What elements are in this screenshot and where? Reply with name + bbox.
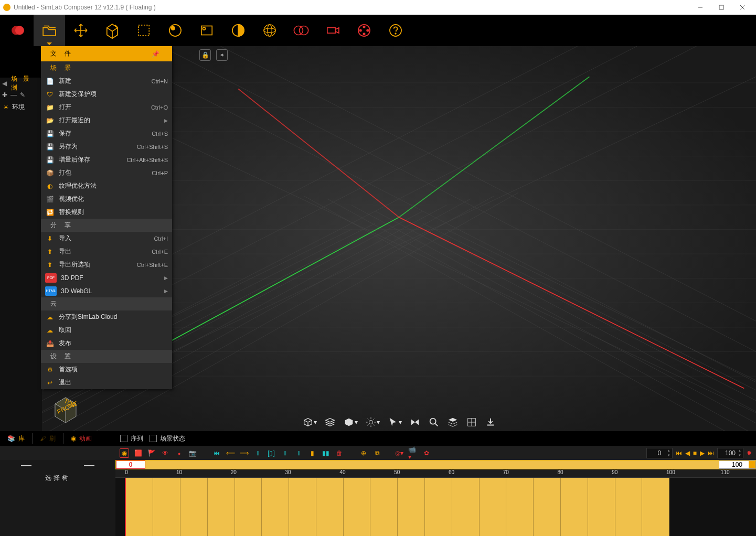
globe-button[interactable] xyxy=(254,15,285,46)
tl-bracket-icon[interactable]: [▯] xyxy=(267,448,276,458)
cursor-icon[interactable]: ▾ xyxy=(387,416,402,428)
add-icon[interactable]: ✚ xyxy=(2,91,7,99)
menu-save[interactable]: 💾保存Ctrl+S xyxy=(41,127,172,140)
range-end[interactable]: 100 xyxy=(719,460,755,469)
remove-icon[interactable]: — xyxy=(10,91,17,99)
tl-cube-icon[interactable]: 🟥 xyxy=(133,448,143,458)
camera-button[interactable] xyxy=(317,15,348,46)
move-tool-button[interactable] xyxy=(65,15,97,46)
timeline-range[interactable]: 0 100 xyxy=(115,460,756,469)
tl-prev-key-icon[interactable]: ⟸ xyxy=(226,448,235,458)
menu-save-as[interactable]: 💾另存为Ctrl+Shift+S xyxy=(41,140,172,153)
menu-new[interactable]: 📄新建Ctrl+N xyxy=(41,74,172,88)
step-back-icon[interactable]: ◀ xyxy=(685,449,690,457)
menu-export[interactable]: ⬆导出Ctrl+E xyxy=(41,245,172,258)
tl-record-icon[interactable]: ◉ xyxy=(120,448,129,458)
menu-save-inc[interactable]: 💾增量后保存Ctrl+Alt+Shift+S xyxy=(41,153,172,166)
timeline-ruler[interactable]: 0 10 20 30 40 50 60 70 80 90 100 110 xyxy=(115,469,756,478)
menu-open-recent[interactable]: 📂打开最近的▶ xyxy=(41,114,172,127)
tl-settings-icon[interactable]: ✹ xyxy=(747,449,752,457)
tab-brush[interactable]: 🖌刷 xyxy=(33,431,63,446)
menu-pack[interactable]: 📦打包Ctrl+P xyxy=(41,166,172,179)
tl-bars1-icon[interactable]: ⦀ xyxy=(253,448,262,458)
grid-icon[interactable] xyxy=(466,416,477,428)
tl-double-icon[interactable]: ▮▮ xyxy=(321,448,331,458)
menu-3dwebgl[interactable]: HTML3D WebGL▶ xyxy=(41,284,172,297)
nav-cube[interactable]: FRONT TOP xyxy=(47,389,84,426)
menu-export-sel[interactable]: ⬆导出所选项Ctrl+Shift+E xyxy=(41,258,172,271)
vr-button[interactable] xyxy=(285,15,317,46)
zoom-icon[interactable] xyxy=(428,416,440,428)
light-icon[interactable]: ▾ xyxy=(365,416,380,428)
bowtie-icon[interactable] xyxy=(409,416,421,428)
frame-end-input[interactable]: 100▲▼ xyxy=(717,448,743,458)
minimize-button[interactable] xyxy=(690,0,711,15)
tab-sequence[interactable]: 序列 xyxy=(120,434,143,443)
render-button[interactable] xyxy=(191,15,222,46)
svg-line-49 xyxy=(399,77,590,217)
menu-import[interactable]: ⬇导入Ctrl+I xyxy=(41,232,172,245)
tl-trash-icon[interactable]: 🗑 xyxy=(335,448,344,458)
tl-bars3-icon[interactable]: ⦀ xyxy=(294,448,303,458)
tab-animation[interactable]: ◉动画 xyxy=(63,431,99,446)
layers-icon[interactable] xyxy=(324,416,336,428)
tl-flag-icon[interactable]: 🚩 xyxy=(147,448,156,458)
goto-start-icon[interactable]: ⏮ xyxy=(676,449,682,457)
tl-key-icon[interactable]: ⬥ xyxy=(174,448,184,458)
edit-tool-button[interactable] xyxy=(97,15,128,46)
tl-strip-icon[interactable]: ▮ xyxy=(307,448,317,458)
svg-line-41 xyxy=(161,46,756,352)
range-start[interactable]: 0 xyxy=(116,460,145,469)
tl-eye-icon[interactable]: 👁 xyxy=(161,448,170,458)
menu-replace[interactable]: 🔁替换规则 xyxy=(41,206,172,219)
edit-pencil-icon[interactable]: ✎ xyxy=(20,91,25,99)
menu-vid-opt[interactable]: 🎬视频优化 xyxy=(41,192,172,206)
record-button[interactable] xyxy=(2,15,34,46)
tl-bars2-icon[interactable]: ⦀ xyxy=(280,448,290,458)
menu-new-protected[interactable]: 🛡新建受保护项 xyxy=(41,88,172,101)
menu-prefs[interactable]: ⚙首选项 xyxy=(41,363,172,376)
range-handle-icon[interactable] xyxy=(749,461,755,468)
help-button[interactable] xyxy=(380,15,411,46)
menu-retrieve[interactable]: ☁取回 xyxy=(41,324,172,337)
tl-dup-icon[interactable]: ⧉ xyxy=(372,448,382,458)
material-button[interactable] xyxy=(159,15,191,46)
cube-dropdown-icon[interactable]: ▾ xyxy=(302,416,317,428)
solid-cube-icon[interactable]: ▾ xyxy=(343,416,358,428)
menu-exit[interactable]: ↩退出 xyxy=(41,376,172,389)
tl-add-icon[interactable]: ⊕ xyxy=(359,448,368,458)
maximize-button[interactable] xyxy=(711,0,732,15)
play-icon[interactable]: ▶ xyxy=(700,449,705,457)
tl-loop-icon[interactable]: ◎▾ xyxy=(395,448,404,458)
timeline-clip[interactable] xyxy=(125,478,669,536)
download-icon[interactable] xyxy=(485,416,496,428)
goto-end-icon[interactable]: ⏭ xyxy=(708,449,714,457)
stack-icon[interactable] xyxy=(447,416,459,428)
close-button[interactable] xyxy=(732,0,753,15)
file-menu-button[interactable] xyxy=(34,15,65,46)
menu-tex-opt[interactable]: ◐纹理优化方法 xyxy=(41,179,172,192)
tab-library[interactable]: 📚库 xyxy=(0,431,32,446)
menu-open[interactable]: 📁打开Ctrl+O xyxy=(41,101,172,114)
selection-tool-button[interactable] xyxy=(128,15,159,46)
tl-cam-icon[interactable]: 📷 xyxy=(188,448,197,458)
reel-button[interactable] xyxy=(348,15,380,46)
vp-lock-icon[interactable]: 🔒 xyxy=(199,49,211,61)
menu-3dpdf[interactable]: PDF3D PDF▶ xyxy=(41,271,172,284)
menu-share-cloud[interactable]: ☁分享到SimLab Cloud xyxy=(41,310,172,324)
tab-scene-state[interactable]: 场景状态 xyxy=(150,434,185,443)
sun-icon: ☀ xyxy=(3,104,9,111)
tl-cam2-icon[interactable]: 📹▾ xyxy=(408,448,418,458)
tl-next-key-icon[interactable]: ⟹ xyxy=(239,448,249,458)
vp-focus-icon[interactable]: ⌖ xyxy=(216,49,228,61)
pin-icon[interactable]: 📌 xyxy=(152,50,163,58)
environment-item[interactable]: ☀ 环境 xyxy=(0,101,42,114)
timeline-track[interactable] xyxy=(115,478,756,536)
menu-publish[interactable]: 📤发布 xyxy=(41,337,172,350)
tl-marker-icon[interactable]: ⏮ xyxy=(212,448,221,458)
frame-start-input[interactable]: 0▲▼ xyxy=(646,448,673,458)
tl-gear-icon[interactable]: ✿ xyxy=(422,448,431,458)
scene-browser-header[interactable]: ◀ 场 景 浏 xyxy=(0,78,42,89)
stop-icon[interactable]: ■ xyxy=(693,449,697,457)
contrast-button[interactable] xyxy=(222,15,254,46)
